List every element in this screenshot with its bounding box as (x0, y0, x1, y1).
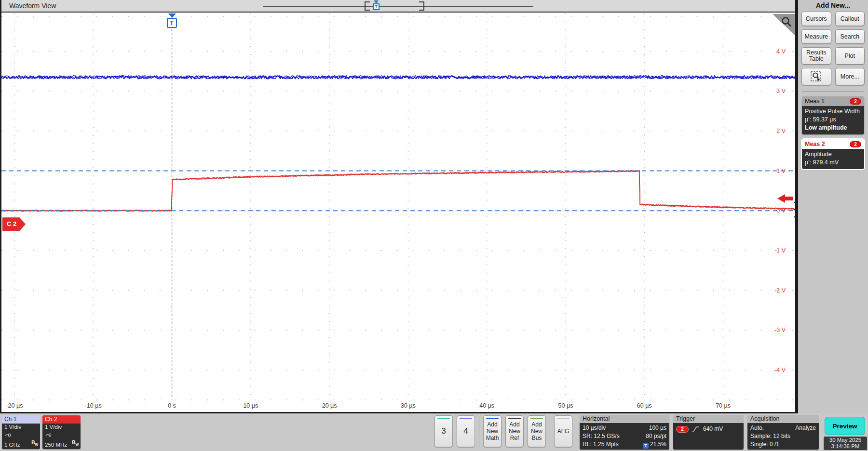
acquisition-analyze: Analyze (795, 424, 816, 432)
trigger-position-value: T21.5% (643, 440, 666, 449)
channel1-badge[interactable]: Ch 1 1 V/div 1 GHz BW (2, 415, 40, 449)
meas2-body: Amplitude µ': 979.4 mV (802, 149, 864, 169)
channel3-button[interactable]: 3 (434, 415, 453, 447)
search-button[interactable]: Search (835, 29, 865, 44)
channel2-settings: 1 V/div 250 MHz BW (42, 424, 81, 449)
plot-button[interactable]: Plot (835, 47, 865, 65)
more-button[interactable]: More... (835, 68, 865, 85)
acquisition-title: Acquisition (747, 415, 819, 423)
add-new-math-button[interactable]: Add New Math (483, 415, 502, 447)
measurement-badge-meas1[interactable]: Meas 1 2 Positive Pulse Width µ': 59.37 … (802, 96, 864, 134)
record-view-line (263, 6, 533, 7)
voltage-axis-label: -1 V (774, 247, 786, 254)
meas1-source-badge: 2 (850, 98, 861, 105)
measurement-badge-meas2[interactable]: Meas 2 2 Amplitude µ': 979.4 mV (802, 139, 864, 169)
channel2-scale: 1 V/div (45, 424, 78, 430)
voltage-axis-label: 3 V (776, 88, 786, 94)
cursors-button[interactable]: Cursors (801, 12, 831, 26)
voltage-axis-label: -2 V (774, 287, 786, 294)
channel4-button[interactable]: 4 (457, 415, 475, 447)
channel1-bandwidth: 1 GHz (4, 442, 20, 448)
time-axis-label: 40 µs (479, 402, 494, 409)
results-table-button[interactable]: Results Table (801, 47, 831, 65)
meas1-type: Positive Pulse Width (805, 107, 861, 116)
time-axis-label: 30 µs (401, 402, 416, 409)
acquisition-mode: Auto, (750, 424, 764, 432)
voltage-axis-label: 4 V (776, 48, 786, 55)
waveform-canvas[interactable]: -20 µs-10 µs0 s10 µs20 µs30 µs40 µs50 µs… (1, 13, 795, 411)
record-trigger-marker[interactable]: T (373, 0, 380, 12)
voltage-axis-label: 1 V (776, 168, 786, 174)
acquisition-settings: Auto, Analyze Sample: 12 bits Single: 0 … (747, 423, 819, 450)
meas2-title: Meas 2 (805, 141, 825, 147)
channel3-color-stripe (437, 418, 450, 419)
acquisition-badge[interactable]: Acquisition Auto, Analyze Sample: 12 bit… (747, 415, 819, 450)
bandwidth-limit-icon: BW (31, 439, 38, 448)
meas1-title: Meas 1 (805, 98, 825, 105)
button-group-separator (479, 416, 479, 447)
channel2-bandwidth: 250 MHz (45, 442, 67, 448)
zoom-select-button[interactable] (801, 68, 831, 85)
results-bar: Add New... Cursors Callout Measure Searc… (797, 0, 868, 413)
add-channel-button-group: 3 4 Add New Math Add New Ref Add New Bus… (434, 415, 572, 449)
meas2-mean: µ': 979.4 mV (805, 159, 861, 167)
horizontal-badge[interactable]: Horizontal 10 µs/div 100 µs SR: 12.5 GS/… (580, 415, 669, 450)
voltage-axis-label: 2 V (776, 128, 786, 134)
add-new-ref-button[interactable]: Add New Ref (505, 415, 524, 447)
meas1-mean: µ': 59.37 µs (805, 116, 861, 124)
add-new-bus-button[interactable]: Add New Bus (528, 415, 546, 447)
rising-edge-icon (692, 426, 700, 433)
sample-resolution: 80 ps/pt (646, 432, 666, 440)
horizontal-title: Horizontal (580, 415, 669, 423)
acquisition-single: Single: 0 /1 (750, 440, 816, 449)
probe-icon (45, 431, 52, 437)
trigger-badge[interactable]: Trigger 2 640 mV (673, 415, 744, 450)
horizontal-settings: 10 µs/div 100 µs SR: 12.5 GS/s 80 ps/pt … (580, 423, 669, 450)
sidebar-separator (802, 91, 864, 92)
zoom-window-right-bracket[interactable] (419, 1, 424, 11)
channel2-badge[interactable]: Ch 2 1 V/div 250 MHz BW (42, 415, 81, 449)
probe-icon (4, 431, 12, 437)
time-axis-label: 70 µs (716, 402, 731, 409)
trace-ch2 (1, 171, 795, 212)
voltage-axis-label: 0 V (776, 207, 786, 214)
trigger-position-flag[interactable]: T (166, 13, 178, 29)
meas1-header: Meas 1 2 (802, 96, 864, 106)
channel1-settings: 1 V/div 1 GHz BW (2, 424, 40, 449)
preview-button[interactable]: Preview (825, 417, 865, 435)
horizontal-window: 100 µs (649, 424, 666, 432)
zoom-window-left-bracket[interactable] (365, 1, 370, 11)
channel2-name: Ch 2 (42, 415, 81, 424)
callout-button[interactable]: Callout (835, 12, 865, 26)
time-axis-label: 0 s (168, 402, 176, 409)
trigger-settings: 2 640 mV (673, 423, 744, 450)
measure-button[interactable]: Measure (801, 29, 831, 44)
time-axis-label: 10 µs (243, 402, 258, 409)
bus-color-stripe (530, 418, 543, 419)
date-text: 30 May 2025 (824, 437, 867, 443)
sample-rate: SR: 12.5 GS/s (583, 432, 620, 440)
bandwidth-limit-icon: BW (72, 439, 79, 448)
bottombar-separator (821, 415, 821, 448)
afg-button[interactable]: AFG (554, 415, 572, 447)
add-new-heading: Add New... (801, 1, 865, 9)
trigger-level-value: 640 mV (703, 425, 723, 433)
time-axis-label: -20 µs (6, 402, 23, 409)
voltage-axis-label: -3 V (774, 327, 786, 333)
waveform-view-title: Waveform View (9, 2, 56, 10)
afg-color-stripe (557, 418, 570, 419)
graticule[interactable]: -20 µs-10 µs0 s10 µs20 µs30 µs40 µs50 µs… (1, 13, 795, 411)
trigger-position-icon: T (643, 443, 649, 449)
meas1-body: Positive Pulse Width µ': 59.37 µs Low am… (802, 106, 864, 134)
trigger-level-arrow-icon[interactable] (777, 193, 793, 204)
time-axis-label: 50 µs (558, 402, 573, 409)
button-group-separator (550, 416, 550, 447)
horizontal-scale: 10 µs/div (583, 424, 606, 432)
trigger-t-icon: T (167, 18, 177, 28)
waveform-view-titlebar: Waveform View T (1, 0, 795, 13)
channel1-name: Ch 1 (2, 415, 40, 424)
channel4-color-stripe (460, 418, 472, 419)
trigger-triangle-icon (168, 13, 176, 18)
add-new-button-grid: Cursors Callout Measure Search Results T… (801, 12, 865, 85)
trigger-title: Trigger (673, 415, 744, 423)
